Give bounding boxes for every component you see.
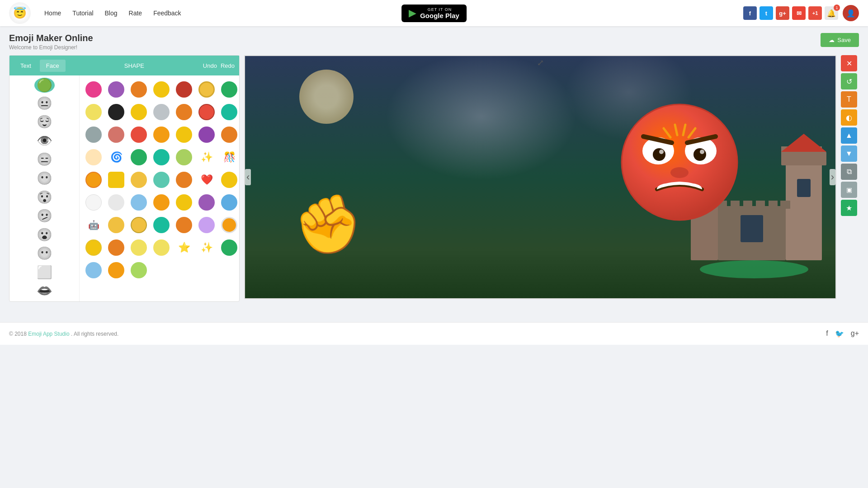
list-item[interactable]: [151, 147, 172, 168]
list-item[interactable]: [174, 192, 194, 213]
list-item[interactable]: [219, 79, 239, 100]
list-item[interactable]: [196, 192, 217, 213]
paste-button[interactable]: ▣: [841, 182, 857, 198]
list-item[interactable]: [219, 124, 239, 145]
user-avatar[interactable]: 👤: [843, 5, 859, 21]
list-item[interactable]: [196, 102, 217, 122]
undo-button[interactable]: Undo: [203, 62, 217, 69]
facebook-button[interactable]: f: [743, 6, 757, 20]
list-item[interactable]: [106, 215, 127, 235]
list-item[interactable]: [151, 192, 172, 213]
list-item[interactable]: [83, 192, 104, 213]
list-item[interactable]: [174, 124, 194, 145]
text-tool-button[interactable]: T: [841, 91, 857, 108]
face-item-8[interactable]: 😮: [33, 226, 56, 243]
copy-button[interactable]: ⧉: [841, 164, 857, 180]
list-item[interactable]: [83, 237, 104, 258]
list-item[interactable]: [196, 215, 217, 235]
list-item[interactable]: ✨: [196, 147, 217, 168]
face-item-6[interactable]: 😯: [33, 189, 56, 206]
list-item[interactable]: [219, 102, 239, 122]
face-item-5[interactable]: 😶: [33, 170, 56, 187]
tab-shape[interactable]: SHAPE: [118, 60, 151, 72]
list-item[interactable]: [106, 260, 127, 281]
list-item[interactable]: [174, 169, 194, 190]
nav-feedback[interactable]: Feedback: [153, 9, 181, 17]
list-item[interactable]: [219, 215, 239, 235]
list-item[interactable]: ✨: [196, 237, 217, 258]
list-item[interactable]: [151, 237, 172, 258]
move-down-button[interactable]: ▼: [841, 145, 857, 162]
list-item[interactable]: [128, 215, 149, 235]
save-button[interactable]: ☁ Save: [821, 33, 859, 47]
list-item[interactable]: [174, 147, 194, 168]
list-item[interactable]: [106, 79, 127, 100]
redo-button[interactable]: Redo: [221, 62, 235, 69]
list-item[interactable]: [128, 79, 149, 100]
face-item-3[interactable]: 👁️: [33, 132, 56, 149]
footer-googleplus-icon[interactable]: g+: [851, 329, 859, 338]
list-item[interactable]: 🤖: [83, 215, 104, 235]
face-item-selected[interactable]: 🟢: [34, 78, 55, 93]
face-item-9[interactable]: 😶: [33, 245, 56, 262]
face-item-4[interactable]: 😑: [33, 151, 56, 168]
list-item[interactable]: [219, 169, 239, 190]
twitter-button[interactable]: t: [760, 6, 773, 20]
list-item[interactable]: [128, 237, 149, 258]
reset-tool-button[interactable]: ↺: [841, 73, 857, 89]
list-item[interactable]: [106, 237, 127, 258]
list-item[interactable]: [196, 79, 217, 100]
face-item-2[interactable]: 😌: [33, 114, 56, 131]
google-plus-button[interactable]: g+: [776, 6, 789, 20]
list-item[interactable]: [151, 102, 172, 122]
list-item[interactable]: [128, 102, 149, 122]
list-item[interactable]: [151, 215, 172, 235]
tab-text[interactable]: Text: [14, 60, 38, 72]
nav-tutorial[interactable]: Tutorial: [72, 9, 93, 17]
list-item[interactable]: [219, 237, 239, 258]
footer-twitter-icon[interactable]: 🐦: [835, 329, 844, 338]
list-item[interactable]: [128, 124, 149, 145]
fist-emoji[interactable]: ✊: [288, 186, 369, 265]
nav-rate[interactable]: Rate: [129, 9, 142, 17]
list-item[interactable]: [174, 102, 194, 122]
expand-icon[interactable]: ⤢: [537, 58, 544, 68]
nav-logo[interactable]: 😇: [9, 2, 31, 24]
list-item[interactable]: [151, 169, 172, 190]
plusone-button[interactable]: +1: [808, 6, 822, 20]
nav-home[interactable]: Home: [44, 9, 61, 17]
face-item-10[interactable]: ⬜: [33, 264, 56, 281]
list-item[interactable]: [151, 79, 172, 100]
nav-blog[interactable]: Blog: [105, 9, 118, 17]
list-item[interactable]: ❤️: [196, 169, 217, 190]
color-tool-button[interactable]: ◐: [841, 109, 857, 126]
list-item[interactable]: [106, 192, 127, 213]
list-item[interactable]: [151, 124, 172, 145]
move-up-button[interactable]: ▲: [841, 127, 857, 144]
footer-facebook-icon[interactable]: f: [826, 329, 828, 338]
list-item[interactable]: [128, 169, 149, 190]
list-item[interactable]: ⭐: [174, 237, 194, 258]
footer-company-link[interactable]: Emoji App Studio: [28, 331, 69, 337]
sticker-button[interactable]: ★: [841, 200, 857, 216]
notification-bell[interactable]: 🔔 1: [825, 6, 838, 20]
list-item[interactable]: [128, 260, 149, 281]
close-tool-button[interactable]: ✕: [841, 55, 857, 71]
list-item[interactable]: [219, 192, 239, 213]
list-item[interactable]: [106, 124, 127, 145]
tab-face[interactable]: Face: [40, 60, 66, 72]
list-item[interactable]: 🌀: [106, 147, 127, 168]
list-item[interactable]: [128, 192, 149, 213]
list-item[interactable]: 🎊: [219, 147, 239, 168]
list-item[interactable]: [83, 169, 104, 190]
canvas-background[interactable]: ✊: [244, 55, 836, 299]
angry-emoji[interactable]: [618, 101, 741, 225]
list-item[interactable]: [83, 102, 104, 122]
list-item[interactable]: [106, 102, 127, 122]
canvas-prev-button[interactable]: ‹: [245, 169, 251, 185]
list-item[interactable]: [83, 147, 104, 168]
list-item[interactable]: [174, 79, 194, 100]
google-play-button[interactable]: ▶ GET IT ON Google Play: [401, 5, 467, 22]
face-item-1[interactable]: 😐: [33, 95, 56, 112]
email-button[interactable]: ✉: [792, 6, 806, 20]
